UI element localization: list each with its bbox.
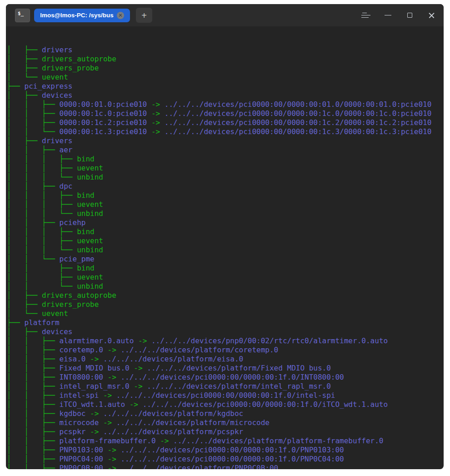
terminal-viewport[interactable]: │ ├── drivers│ ├── drivers_autoprobe│ ├─… (6, 26, 444, 469)
entry-name-file: uevent (77, 200, 103, 209)
tree-row: │ │ ├── 0000:00:01.0:pcie010 -> ../../..… (7, 100, 444, 109)
entry-name-link: intel-spi (60, 391, 99, 400)
tree-row: │ ├── drivers_autoprobe (7, 55, 444, 64)
symlink-arrow: -> (99, 391, 116, 400)
tree-branch-lines: │ │ ├── (7, 400, 60, 409)
entry-name-file: unbind (77, 282, 103, 291)
entry-name-file: uevent (77, 164, 103, 172)
tree-row: │ │ │ └── unbind (7, 246, 444, 255)
tree-branch-lines: │ │ ├── (7, 436, 60, 445)
tree-branch-lines: │ │ ├── (7, 391, 60, 400)
symlink-target: ../../../devices/pci0000:00/0000:00:1f.0… (120, 373, 344, 381)
tree-branch-lines: │ │ │ └── (7, 173, 77, 181)
tree-branch-lines: │ ├── (7, 136, 42, 145)
tree-branch-lines: │ ├── (7, 327, 42, 336)
maximize-button[interactable] (399, 4, 420, 26)
menu-button[interactable] (355, 4, 377, 26)
symlink-target: ../../../devices/pci0000:00/0000:00:1f.0… (120, 455, 344, 463)
new-tab-button[interactable]: + (136, 8, 152, 23)
tree-row: │ │ │ └── unbind (7, 209, 444, 218)
symlink-target: ../../../devices/platform/PNP0C0B:00 (120, 464, 278, 469)
tree-branch-lines: │ │ ├── (7, 336, 60, 345)
symlink-arrow: -> (156, 436, 174, 445)
entry-name-link: pcspkr (60, 427, 86, 436)
tree-branch-lines: │ │ ├── (7, 109, 60, 118)
tree-row: │ │ ├── Fixed MDIO bus.0 -> ../../../dev… (7, 364, 444, 373)
entry-name-file: bind (77, 155, 95, 163)
tree-branch-lines: │ │ ├── (7, 264, 77, 272)
tree-row: │ ├── drivers (7, 45, 444, 55)
symlink-arrow: -> (103, 446, 121, 454)
tree-branch-lines: │ │ │ ├── (7, 191, 77, 200)
symlink-arrow: -> (134, 336, 151, 345)
entry-name-file: bind (77, 227, 95, 236)
entry-name-link: 0000:00:1c.3:pcie010 (60, 127, 147, 136)
symlink-target: ../../../devices/platform/platform-frame… (173, 436, 383, 445)
entry-name-dir: dpc (60, 182, 73, 190)
entry-name-file: unbind (77, 209, 103, 218)
tree-row: │ │ ├── intel-spi -> ../../../devices/pc… (7, 391, 444, 400)
entry-name-link: PNP0C04:00 (60, 455, 103, 463)
tree-branch-lines: │ │ ├── (7, 455, 60, 463)
symlink-target: ../../../devices/platform/coretemp.0 (120, 346, 278, 354)
minimize-icon (385, 15, 391, 16)
tree-branch-lines: │ │ └── (7, 127, 60, 136)
symlink-arrow: -> (99, 418, 116, 427)
tree-branch-lines: │ │ │ ├── (7, 227, 77, 236)
tree-row: │ │ ├── bind (7, 264, 444, 273)
tree-row: │ │ ├── uevent (7, 273, 444, 282)
tree-row: │ │ │ ├── uevent (7, 236, 444, 246)
tree-branch-lines: │ │ ├── (7, 182, 60, 190)
tree-branch-lines: │ │ ├── (7, 273, 77, 281)
symlink-target: ../../../devices/pci0000:00/0000:00:1c.2… (165, 118, 432, 127)
tree-branch-lines: │ │ ├── (7, 427, 60, 436)
tree-row: │ │ ├── PNP0C04:00 -> ../../../devices/p… (7, 455, 444, 464)
symlink-arrow: -> (147, 127, 165, 136)
tree-branch-lines: │ ├── (7, 45, 42, 54)
entry-name-file: uevent (42, 73, 68, 81)
tab-title: lmos@lmos-PC: /sys/bus (40, 12, 114, 19)
symlink-target: ../../../devices/pci0000:00/0000:00:1f.0… (120, 446, 344, 454)
maximize-icon (407, 13, 412, 18)
tree-row: │ │ ├── platform-framebuffer.0 -> ../../… (7, 436, 444, 446)
entry-name-link: 0000:00:1c.0:pcie010 (60, 109, 147, 118)
symlink-target: ../../../devices/platform/pcspkr (103, 427, 243, 436)
tree-branch-lines: │ │ ├── (7, 364, 60, 372)
tree-row: │ ├── drivers (7, 136, 444, 145)
tree-branch-lines: │ └── (7, 309, 42, 318)
tree-row: │ │ │ ├── bind (7, 227, 444, 236)
symlink-target: ../../../devices/pci0000:00/0000:00:1c.0… (165, 109, 432, 118)
close-window-button[interactable] (420, 4, 442, 26)
entry-name-link: iTCO_wdt.1.auto (60, 400, 125, 409)
tree-branch-lines: │ │ │ └── (7, 246, 77, 254)
tree-branch-lines: │ │ ├── (7, 373, 60, 381)
tab-close-button[interactable] (117, 12, 124, 19)
tree-row: │ │ ├── pcspkr -> ../../../devices/platf… (7, 427, 444, 436)
entry-name-link: PNP0C0B:00 (60, 464, 103, 469)
tree-row: │ │ ├── kgdboc -> ../../../devices/platf… (7, 409, 444, 418)
entry-name-dir: pci_express (25, 82, 73, 90)
minimize-button[interactable] (377, 4, 399, 26)
tree-row: ├── platform (7, 318, 444, 327)
titlebar[interactable]: $_ lmos@lmos-PC: /sys/bus + (6, 4, 444, 26)
entry-name-link: eisa.0 (60, 355, 86, 363)
symlink-arrow: -> (130, 364, 147, 372)
entry-name-file: uevent (77, 236, 103, 245)
entry-name-link: coretemp.0 (60, 346, 103, 354)
tree-branch-lines: │ │ │ ├── (7, 200, 77, 209)
entry-name-dir: pcie_pme (60, 255, 95, 263)
tree-branch-lines: ├── (7, 82, 25, 90)
tree-branch-lines: │ │ ├── (7, 464, 60, 469)
tree-branch-lines: │ ├── (7, 291, 42, 300)
tree-output: │ ├── drivers│ ├── drivers_autoprobe│ ├─… (7, 45, 444, 469)
symlink-arrow: -> (103, 373, 121, 381)
tree-row: │ ├── drivers_probe (7, 300, 444, 309)
symlink-target: ../../../devices/platform/eisa.0 (103, 355, 243, 363)
tree-branch-lines: │ ├── (7, 64, 42, 72)
entry-name-dir: pciehp (60, 218, 86, 227)
symlink-target: ../../../devices/pci0000:00/0000:00:1f.0… (116, 391, 335, 400)
symlink-target: ../../../devices/platform/intel_rapl_msr… (147, 382, 331, 391)
tab-sys-bus[interactable]: lmos@lmos-PC: /sys/bus (34, 9, 130, 22)
terminal-window: $_ lmos@lmos-PC: /sys/bus + │ (6, 4, 444, 469)
tree-row: │ │ ├── eisa.0 -> ../../../devices/platf… (7, 355, 444, 364)
